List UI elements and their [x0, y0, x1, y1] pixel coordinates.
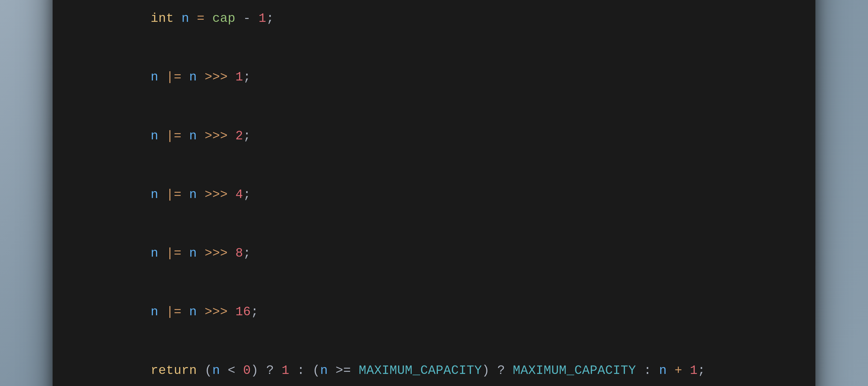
op-lt: < — [228, 363, 243, 378]
semi-3: ; — [243, 129, 251, 143]
op-ore-2: |= — [166, 129, 189, 143]
code-line-8: return (n < 0) ? 1 : (n >= MAXIMUM_CAPAC… — [74, 341, 794, 386]
op-ore-1: |= — [166, 70, 189, 84]
var-n-8: n — [151, 246, 166, 260]
ternary-q1: ? — [266, 363, 282, 378]
indent-6 — [120, 246, 151, 260]
var-n-1: n — [182, 11, 197, 26]
op-shift-2: >>> — [205, 129, 236, 143]
op-gte: >= — [336, 363, 359, 378]
num-4: 4 — [236, 188, 243, 202]
op-shift-5: >>> — [205, 305, 236, 319]
var-n-11: n — [189, 305, 205, 319]
semi-5: ; — [243, 246, 251, 260]
num-1a: 1 — [258, 11, 266, 26]
op-eq-1: = — [197, 11, 213, 26]
var-n-6: n — [151, 188, 166, 202]
op-ore-4: |= — [166, 246, 189, 260]
indent-7 — [120, 305, 151, 319]
num-1b: 1 — [236, 70, 243, 84]
num-1d: 1 — [690, 363, 698, 378]
var-n-2: n — [151, 70, 166, 84]
op-plus: + — [674, 363, 690, 378]
keyword-int-3: int — [151, 11, 182, 26]
semi-2: ; — [243, 70, 251, 84]
semi-7: ; — [698, 363, 705, 378]
var-n-14: n — [659, 363, 675, 378]
semi-6: ; — [251, 305, 258, 319]
var-n-10: n — [151, 305, 166, 319]
code-editor: static final int tableSizeFor(int cap) {… — [53, 0, 815, 386]
var-n-12: n — [212, 363, 228, 378]
keyword-return: return — [151, 363, 205, 378]
cap-ref-1: cap — [212, 11, 243, 26]
var-n-4: n — [151, 129, 166, 143]
indent-2 — [120, 11, 151, 26]
paren-open-2: ( — [312, 363, 320, 378]
code-line-7: n |= n >>> 16; — [74, 283, 794, 341]
var-n-9: n — [189, 246, 205, 260]
code-window: static final int tableSizeFor(int cap) {… — [53, 0, 815, 386]
code-line-5: n |= n >>> 4; — [74, 165, 794, 224]
num-16: 16 — [236, 305, 251, 319]
op-ore-5: |= — [166, 305, 189, 319]
op-shift-3: >>> — [205, 188, 236, 202]
var-n-3: n — [189, 70, 205, 84]
var-n-7: n — [189, 188, 205, 202]
ternary-q2: ? — [497, 363, 513, 378]
indent-8 — [120, 363, 151, 378]
var-n-13: n — [320, 363, 336, 378]
var-n-5: n — [189, 129, 205, 143]
code-line-3: n |= n >>> 1; — [74, 48, 794, 106]
code-line-4: n |= n >>> 2; — [74, 106, 794, 165]
paren-close-1: ) — [251, 363, 267, 378]
colon-1: : — [297, 363, 312, 378]
num-1c: 1 — [282, 363, 297, 378]
paren-close-2: ) — [482, 363, 497, 378]
op-shift-4: >>> — [205, 246, 236, 260]
paren-n-lt: ( — [205, 363, 212, 378]
op-shift-1: >>> — [205, 70, 236, 84]
indent-5 — [120, 188, 151, 202]
const-maxcap-1: MAXIMUM_CAPACITY — [359, 363, 482, 378]
indent-4 — [120, 129, 151, 143]
indent-3 — [120, 70, 151, 84]
num-8: 8 — [236, 246, 243, 260]
colon-2: : — [644, 363, 659, 378]
op-ore-3: |= — [166, 188, 189, 202]
num-2: 2 — [236, 129, 243, 143]
code-line-2: int n = cap - 1; — [74, 0, 794, 48]
num-0: 0 — [243, 363, 251, 378]
const-maxcap-2: MAXIMUM_CAPACITY — [513, 363, 644, 378]
code-line-6: n |= n >>> 8; — [74, 224, 794, 283]
semi-1: ; — [266, 11, 274, 26]
minus-1: - — [243, 11, 258, 26]
semi-4: ; — [243, 188, 251, 202]
